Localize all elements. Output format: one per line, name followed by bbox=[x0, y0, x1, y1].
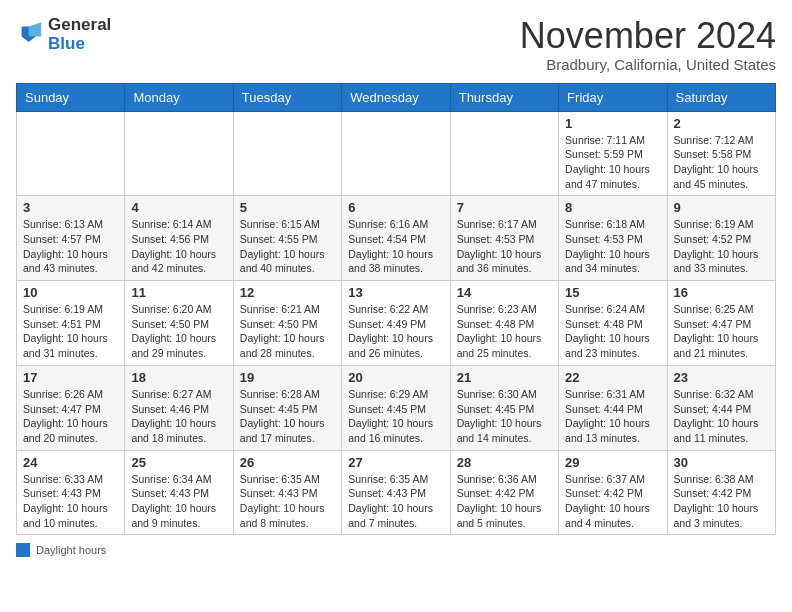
calendar-cell: 5Sunrise: 6:15 AM Sunset: 4:55 PM Daylig… bbox=[233, 196, 341, 281]
day-info: Sunrise: 6:25 AM Sunset: 4:47 PM Dayligh… bbox=[674, 302, 769, 361]
calendar-day-header: Wednesday bbox=[342, 83, 450, 111]
calendar-cell: 26Sunrise: 6:35 AM Sunset: 4:43 PM Dayli… bbox=[233, 450, 341, 535]
calendar-cell: 18Sunrise: 6:27 AM Sunset: 4:46 PM Dayli… bbox=[125, 365, 233, 450]
title-block: November 2024 Bradbury, California, Unit… bbox=[520, 16, 776, 73]
day-info: Sunrise: 6:34 AM Sunset: 4:43 PM Dayligh… bbox=[131, 472, 226, 531]
day-info: Sunrise: 6:30 AM Sunset: 4:45 PM Dayligh… bbox=[457, 387, 552, 446]
calendar-cell: 6Sunrise: 6:16 AM Sunset: 4:54 PM Daylig… bbox=[342, 196, 450, 281]
calendar-cell bbox=[17, 111, 125, 196]
day-number: 13 bbox=[348, 285, 443, 300]
day-number: 29 bbox=[565, 455, 660, 470]
calendar-cell: 9Sunrise: 6:19 AM Sunset: 4:52 PM Daylig… bbox=[667, 196, 775, 281]
calendar-day-header: Sunday bbox=[17, 83, 125, 111]
calendar-cell: 13Sunrise: 6:22 AM Sunset: 4:49 PM Dayli… bbox=[342, 281, 450, 366]
calendar-cell: 24Sunrise: 6:33 AM Sunset: 4:43 PM Dayli… bbox=[17, 450, 125, 535]
day-number: 16 bbox=[674, 285, 769, 300]
calendar-week-row: 10Sunrise: 6:19 AM Sunset: 4:51 PM Dayli… bbox=[17, 281, 776, 366]
day-number: 30 bbox=[674, 455, 769, 470]
logo-general: General bbox=[48, 15, 111, 34]
day-number: 27 bbox=[348, 455, 443, 470]
legend-label: Daylight hours bbox=[36, 544, 106, 556]
calendar-cell: 7Sunrise: 6:17 AM Sunset: 4:53 PM Daylig… bbox=[450, 196, 558, 281]
calendar-cell: 8Sunrise: 6:18 AM Sunset: 4:53 PM Daylig… bbox=[559, 196, 667, 281]
day-number: 5 bbox=[240, 200, 335, 215]
page-header: General Blue November 2024 Bradbury, Cal… bbox=[16, 16, 776, 73]
day-number: 28 bbox=[457, 455, 552, 470]
day-info: Sunrise: 6:35 AM Sunset: 4:43 PM Dayligh… bbox=[348, 472, 443, 531]
day-info: Sunrise: 6:24 AM Sunset: 4:48 PM Dayligh… bbox=[565, 302, 660, 361]
day-number: 11 bbox=[131, 285, 226, 300]
calendar-cell: 17Sunrise: 6:26 AM Sunset: 4:47 PM Dayli… bbox=[17, 365, 125, 450]
calendar-cell bbox=[125, 111, 233, 196]
calendar-cell bbox=[450, 111, 558, 196]
calendar-header-row: SundayMondayTuesdayWednesdayThursdayFrid… bbox=[17, 83, 776, 111]
calendar-day-header: Thursday bbox=[450, 83, 558, 111]
day-number: 6 bbox=[348, 200, 443, 215]
calendar-day-header: Tuesday bbox=[233, 83, 341, 111]
day-number: 1 bbox=[565, 116, 660, 131]
day-info: Sunrise: 6:32 AM Sunset: 4:44 PM Dayligh… bbox=[674, 387, 769, 446]
day-number: 14 bbox=[457, 285, 552, 300]
day-number: 20 bbox=[348, 370, 443, 385]
month-title: November 2024 bbox=[520, 16, 776, 56]
calendar-cell: 12Sunrise: 6:21 AM Sunset: 4:50 PM Dayli… bbox=[233, 281, 341, 366]
calendar-cell: 3Sunrise: 6:13 AM Sunset: 4:57 PM Daylig… bbox=[17, 196, 125, 281]
day-info: Sunrise: 6:13 AM Sunset: 4:57 PM Dayligh… bbox=[23, 217, 118, 276]
day-info: Sunrise: 6:35 AM Sunset: 4:43 PM Dayligh… bbox=[240, 472, 335, 531]
day-number: 3 bbox=[23, 200, 118, 215]
day-number: 10 bbox=[23, 285, 118, 300]
calendar-table: SundayMondayTuesdayWednesdayThursdayFrid… bbox=[16, 83, 776, 536]
legend-color-box bbox=[16, 543, 30, 557]
calendar-day-header: Friday bbox=[559, 83, 667, 111]
day-info: Sunrise: 6:29 AM Sunset: 4:45 PM Dayligh… bbox=[348, 387, 443, 446]
day-info: Sunrise: 6:20 AM Sunset: 4:50 PM Dayligh… bbox=[131, 302, 226, 361]
day-info: Sunrise: 6:18 AM Sunset: 4:53 PM Dayligh… bbox=[565, 217, 660, 276]
calendar-cell: 4Sunrise: 6:14 AM Sunset: 4:56 PM Daylig… bbox=[125, 196, 233, 281]
calendar-cell: 2Sunrise: 7:12 AM Sunset: 5:58 PM Daylig… bbox=[667, 111, 775, 196]
day-info: Sunrise: 6:22 AM Sunset: 4:49 PM Dayligh… bbox=[348, 302, 443, 361]
calendar-week-row: 24Sunrise: 6:33 AM Sunset: 4:43 PM Dayli… bbox=[17, 450, 776, 535]
day-number: 23 bbox=[674, 370, 769, 385]
day-number: 26 bbox=[240, 455, 335, 470]
calendar-cell: 15Sunrise: 6:24 AM Sunset: 4:48 PM Dayli… bbox=[559, 281, 667, 366]
calendar-cell: 14Sunrise: 6:23 AM Sunset: 4:48 PM Dayli… bbox=[450, 281, 558, 366]
day-info: Sunrise: 6:14 AM Sunset: 4:56 PM Dayligh… bbox=[131, 217, 226, 276]
day-info: Sunrise: 6:33 AM Sunset: 4:43 PM Dayligh… bbox=[23, 472, 118, 531]
day-info: Sunrise: 6:26 AM Sunset: 4:47 PM Dayligh… bbox=[23, 387, 118, 446]
day-info: Sunrise: 7:11 AM Sunset: 5:59 PM Dayligh… bbox=[565, 133, 660, 192]
calendar-day-header: Saturday bbox=[667, 83, 775, 111]
logo: General Blue bbox=[16, 16, 111, 53]
day-number: 15 bbox=[565, 285, 660, 300]
calendar-cell: 19Sunrise: 6:28 AM Sunset: 4:45 PM Dayli… bbox=[233, 365, 341, 450]
logo-icon bbox=[16, 21, 44, 49]
calendar-week-row: 1Sunrise: 7:11 AM Sunset: 5:59 PM Daylig… bbox=[17, 111, 776, 196]
location-subtitle: Bradbury, California, United States bbox=[520, 56, 776, 73]
day-number: 22 bbox=[565, 370, 660, 385]
calendar-day-header: Monday bbox=[125, 83, 233, 111]
calendar-cell: 1Sunrise: 7:11 AM Sunset: 5:59 PM Daylig… bbox=[559, 111, 667, 196]
day-info: Sunrise: 6:36 AM Sunset: 4:42 PM Dayligh… bbox=[457, 472, 552, 531]
calendar-cell: 20Sunrise: 6:29 AM Sunset: 4:45 PM Dayli… bbox=[342, 365, 450, 450]
day-number: 12 bbox=[240, 285, 335, 300]
calendar-cell: 27Sunrise: 6:35 AM Sunset: 4:43 PM Dayli… bbox=[342, 450, 450, 535]
calendar-cell: 25Sunrise: 6:34 AM Sunset: 4:43 PM Dayli… bbox=[125, 450, 233, 535]
calendar-cell bbox=[233, 111, 341, 196]
day-info: Sunrise: 6:37 AM Sunset: 4:42 PM Dayligh… bbox=[565, 472, 660, 531]
calendar-cell: 10Sunrise: 6:19 AM Sunset: 4:51 PM Dayli… bbox=[17, 281, 125, 366]
day-info: Sunrise: 6:27 AM Sunset: 4:46 PM Dayligh… bbox=[131, 387, 226, 446]
day-info: Sunrise: 6:17 AM Sunset: 4:53 PM Dayligh… bbox=[457, 217, 552, 276]
calendar-cell: 16Sunrise: 6:25 AM Sunset: 4:47 PM Dayli… bbox=[667, 281, 775, 366]
day-number: 9 bbox=[674, 200, 769, 215]
calendar-cell: 30Sunrise: 6:38 AM Sunset: 4:42 PM Dayli… bbox=[667, 450, 775, 535]
calendar-cell: 21Sunrise: 6:30 AM Sunset: 4:45 PM Dayli… bbox=[450, 365, 558, 450]
day-number: 7 bbox=[457, 200, 552, 215]
day-info: Sunrise: 6:19 AM Sunset: 4:51 PM Dayligh… bbox=[23, 302, 118, 361]
day-number: 25 bbox=[131, 455, 226, 470]
day-info: Sunrise: 6:15 AM Sunset: 4:55 PM Dayligh… bbox=[240, 217, 335, 276]
day-number: 18 bbox=[131, 370, 226, 385]
logo-blue: Blue bbox=[48, 34, 85, 53]
calendar-cell: 11Sunrise: 6:20 AM Sunset: 4:50 PM Dayli… bbox=[125, 281, 233, 366]
logo-text: General Blue bbox=[48, 16, 111, 53]
day-info: Sunrise: 6:28 AM Sunset: 4:45 PM Dayligh… bbox=[240, 387, 335, 446]
calendar-cell: 28Sunrise: 6:36 AM Sunset: 4:42 PM Dayli… bbox=[450, 450, 558, 535]
